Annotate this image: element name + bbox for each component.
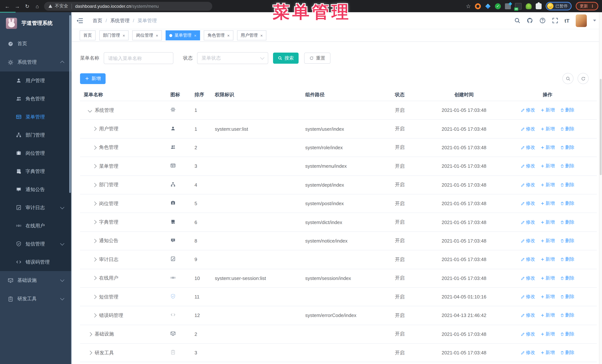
add-button[interactable]: 新增 — [80, 73, 106, 84]
edit-link[interactable]: 修改 — [521, 126, 535, 132]
expand-right-icon[interactable] — [92, 220, 96, 224]
sidebar-item-13[interactable]: 基础设施 — [0, 271, 72, 290]
expand-right-icon[interactable] — [92, 239, 96, 243]
user-avatar[interactable] — [576, 14, 587, 27]
sidebar-item-3[interactable]: 角色管理 — [0, 90, 72, 108]
edit-link[interactable]: 修改 — [521, 163, 535, 169]
sidebar-logo-row[interactable]: 芋道管理系统 — [0, 12, 72, 34]
edit-link[interactable]: 修改 — [521, 219, 535, 225]
tab-0[interactable]: 首页 — [80, 30, 96, 40]
menu-name-input[interactable] — [104, 52, 173, 64]
expand-right-icon[interactable] — [88, 332, 92, 336]
sidebar-item-10[interactable]: 在线用户 — [0, 217, 72, 235]
extension-orange-icon[interactable] — [475, 3, 481, 9]
expand-right-icon[interactable] — [92, 183, 96, 187]
github-icon[interactable] — [527, 17, 533, 24]
browser-profile-chip[interactable]: 已暂停 — [546, 2, 572, 10]
expand-right-icon[interactable] — [92, 313, 96, 317]
delete-link[interactable]: 删除 — [560, 256, 574, 263]
browser-home-icon[interactable]: ⌂ — [32, 3, 42, 9]
close-tab-icon[interactable]: × — [260, 33, 263, 38]
add-link[interactable]: 新增 — [540, 350, 555, 356]
page-scrollbar[interactable] — [599, 12, 602, 364]
expand-right-icon[interactable] — [92, 164, 96, 168]
extension-check-icon[interactable]: ✓ — [495, 3, 501, 9]
edit-link[interactable]: 修改 — [521, 331, 535, 337]
close-tab-icon[interactable]: × — [156, 33, 158, 38]
delete-link[interactable]: 删除 — [560, 312, 574, 319]
expand-right-icon[interactable] — [92, 295, 96, 299]
browser-forward-icon[interactable]: → — [12, 3, 22, 9]
reset-button[interactable]: 重置 — [304, 52, 331, 64]
sidebar-item-0[interactable]: 首页 — [0, 34, 72, 53]
tab-2[interactable]: 岗位管理× — [132, 30, 162, 40]
show-search-toggle-button[interactable] — [562, 73, 573, 84]
search-icon[interactable] — [514, 17, 520, 24]
expand-right-icon[interactable] — [92, 146, 96, 149]
edit-link[interactable]: 修改 — [521, 350, 535, 356]
sidebar-item-6[interactable]: 岗位管理 — [0, 144, 72, 162]
sidebar-item-11[interactable]: 短信管理 — [0, 235, 72, 253]
refresh-table-button[interactable] — [578, 73, 589, 84]
delete-link[interactable]: 删除 — [560, 107, 574, 113]
extension-server-icon[interactable]: on — [515, 3, 522, 10]
add-link[interactable]: 新增 — [540, 163, 555, 169]
edit-link[interactable]: 修改 — [521, 275, 535, 281]
search-button[interactable]: 搜索 — [273, 52, 299, 64]
status-select[interactable]: 菜单状态 — [197, 52, 268, 64]
sidebar-item-4[interactable]: 菜单管理 — [0, 108, 72, 126]
sidebar-item-2[interactable]: 用户管理 — [0, 72, 72, 90]
page-scrollbar-thumb[interactable] — [600, 79, 602, 175]
collapse-menu-icon[interactable] — [76, 18, 83, 23]
delete-link[interactable]: 删除 — [560, 331, 574, 337]
address-bar[interactable]: 不安全 dashboard.yudao.iocoder.cn/system/me… — [44, 2, 212, 10]
delete-link[interactable]: 删除 — [560, 182, 574, 188]
add-link[interactable]: 新增 — [540, 275, 555, 281]
fullscreen-icon[interactable] — [552, 17, 558, 24]
avatar-caret-icon[interactable] — [593, 20, 596, 21]
tab-4[interactable]: 角色管理× — [204, 30, 233, 40]
edit-link[interactable]: 修改 — [521, 107, 535, 113]
edit-link[interactable]: 修改 — [521, 312, 535, 319]
delete-link[interactable]: 删除 — [560, 145, 574, 151]
sidebar-scrollbar[interactable] — [69, 15, 71, 193]
extension-gem-icon[interactable] — [485, 3, 491, 9]
close-tab-icon[interactable]: × — [194, 33, 196, 38]
expand-right-icon[interactable] — [88, 351, 92, 355]
delete-link[interactable]: 删除 — [560, 238, 574, 244]
extension-grid-icon[interactable] — [505, 3, 511, 9]
edit-link[interactable]: 修改 — [521, 256, 535, 263]
add-link[interactable]: 新增 — [540, 107, 555, 113]
delete-link[interactable]: 删除 — [560, 219, 574, 225]
breadcrumb-home[interactable]: 首页 — [93, 17, 102, 24]
add-link[interactable]: 新增 — [540, 145, 555, 151]
edit-link[interactable]: 修改 — [521, 200, 535, 207]
sidebar-item-9[interactable]: 审计日志 — [0, 198, 72, 217]
delete-link[interactable]: 删除 — [560, 275, 574, 281]
expand-right-icon[interactable] — [92, 127, 96, 131]
sidebar-item-5[interactable]: 部门管理 — [0, 126, 72, 144]
browser-menu-dots-icon[interactable]: ⋮ — [591, 5, 594, 7]
help-icon[interactable] — [539, 17, 546, 24]
breadcrumb-system[interactable]: 系统管理 — [110, 17, 129, 24]
add-link[interactable]: 新增 — [540, 219, 555, 225]
bookmark-star-icon[interactable]: ☆ — [466, 3, 471, 10]
browser-reload-icon[interactable]: ↻ — [22, 3, 32, 9]
extension-plug-icon[interactable] — [526, 3, 532, 9]
sidebar-item-8[interactable]: 通知公告 — [0, 180, 72, 198]
close-tab-icon[interactable]: × — [123, 33, 125, 38]
tab-1[interactable]: 部门管理× — [99, 30, 129, 40]
delete-link[interactable]: 删除 — [560, 200, 574, 207]
sidebar-item-12[interactable]: 错误码管理 — [0, 253, 72, 271]
add-link[interactable]: 新增 — [540, 200, 555, 207]
tab-5[interactable]: 用户管理× — [237, 30, 267, 40]
add-link[interactable]: 新增 — [540, 312, 555, 319]
add-link[interactable]: 新增 — [540, 126, 555, 132]
edit-link[interactable]: 修改 — [521, 238, 535, 244]
font-size-icon[interactable]: tT — [565, 18, 570, 23]
browser-update-button[interactable]: 更新 ⋮ — [576, 2, 598, 10]
add-link[interactable]: 新增 — [540, 238, 555, 244]
expand-right-icon[interactable] — [92, 202, 96, 206]
edit-link[interactable]: 修改 — [521, 182, 535, 188]
edit-link[interactable]: 修改 — [521, 294, 535, 300]
